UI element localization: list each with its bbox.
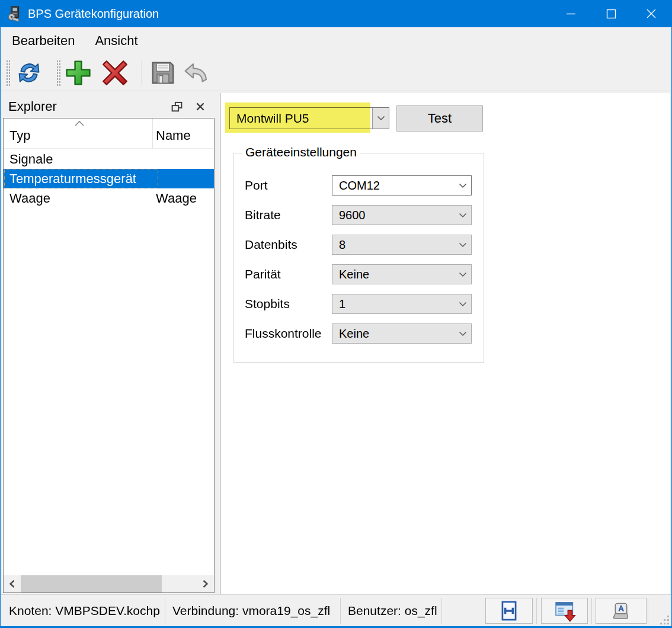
delete-icon xyxy=(101,59,129,87)
statusbar-separator xyxy=(165,598,165,624)
list-item-signale[interactable]: Signale xyxy=(4,149,214,169)
test-button[interactable]: Test xyxy=(396,105,483,132)
revert-button[interactable] xyxy=(181,59,211,87)
list-item-waage[interactable]: Waage Waage xyxy=(4,188,214,208)
menu-item-ansicht[interactable]: Ansicht xyxy=(85,27,148,55)
maximize-icon xyxy=(606,9,616,19)
chevron-down-icon xyxy=(459,331,467,337)
field-stopbits: Stopbits 1 xyxy=(234,294,484,314)
groupbox-title: Geräteeinstellungen xyxy=(242,145,360,159)
revert-icon xyxy=(182,59,210,87)
explorer-rows: Signale Temperaturmessgerät Waage Waage xyxy=(4,149,214,208)
device-type-value: Montwill PU5 xyxy=(230,111,309,126)
chevron-down-icon xyxy=(459,183,467,188)
statusbar-separator xyxy=(340,598,341,624)
add-button[interactable] xyxy=(63,59,93,87)
chevron-left-icon xyxy=(8,579,16,588)
statusbar-separator xyxy=(591,598,592,624)
column-separator[interactable] xyxy=(152,118,153,149)
field-label: Flusskontrolle xyxy=(245,323,322,344)
app-window: BPS Gerätekonfiguration Bearbeiten Ansic… xyxy=(0,0,672,628)
explorer-title: Explorer xyxy=(8,99,57,114)
save-button[interactable] xyxy=(148,59,178,87)
menubar: Bearbeiten Ansicht xyxy=(1,27,671,55)
paritaet-combobox: Keine xyxy=(332,264,472,284)
maximize-button[interactable] xyxy=(591,0,631,27)
keyboard-key-icon xyxy=(609,599,633,623)
statusbar-separator xyxy=(441,598,442,624)
minimize-button[interactable] xyxy=(551,0,591,27)
field-datenbits: Datenbits 8 xyxy=(234,235,484,255)
scroll-right-button[interactable] xyxy=(197,575,214,592)
refresh-icon xyxy=(15,59,43,87)
dock-float-icon xyxy=(171,101,183,113)
explorer-list-header: Typ Name xyxy=(4,118,214,149)
field-label: Port xyxy=(245,175,268,196)
chevron-down-icon xyxy=(459,213,467,218)
sort-ascending-icon xyxy=(73,120,86,127)
fit-width-icon xyxy=(498,600,520,622)
chevron-down-icon xyxy=(459,302,467,307)
dock-float-button[interactable] xyxy=(167,98,187,116)
refresh-button[interactable] xyxy=(14,59,44,87)
chevron-down-icon xyxy=(459,242,467,248)
dock-close-button[interactable] xyxy=(190,98,210,116)
field-label: Datenbits xyxy=(245,235,297,255)
explorer-list: Typ Name Signale Temperaturmessgerät Waa… xyxy=(3,118,215,593)
chevron-right-icon xyxy=(201,579,209,588)
export-report-button[interactable] xyxy=(541,598,588,624)
window-title: BPS Gerätekonfiguration xyxy=(28,7,159,21)
close-button[interactable] xyxy=(631,0,671,27)
field-paritaet: Parität Keine xyxy=(234,264,484,284)
toolbar-grip[interactable] xyxy=(6,60,10,86)
caption-buttons xyxy=(551,0,671,27)
delete-button[interactable] xyxy=(100,59,130,87)
scrollbar-thumb[interactable] xyxy=(21,575,162,592)
export-report-icon xyxy=(553,599,577,623)
fit-width-button[interactable] xyxy=(485,598,533,624)
close-icon xyxy=(646,8,657,19)
app-icon xyxy=(6,5,23,22)
column-header-name[interactable]: Name xyxy=(156,128,191,143)
status-knoten: Knoten: VMBPSDEV.kochp xyxy=(9,595,160,627)
minimize-icon xyxy=(566,9,576,19)
field-bitrate: Bitrate 9600 xyxy=(234,205,484,225)
keyboard-key-button[interactable] xyxy=(596,598,647,624)
statusbar-separator xyxy=(536,598,537,624)
menu-item-bearbeiten[interactable]: Bearbeiten xyxy=(2,27,85,55)
field-label: Bitrate xyxy=(245,205,281,225)
list-item-temperaturmessgeraet[interactable]: Temperaturmessgerät xyxy=(4,169,214,188)
device-type-combobox[interactable]: Montwill PU5 xyxy=(229,107,389,129)
toolbar-grip[interactable] xyxy=(56,60,60,86)
save-icon xyxy=(149,59,177,86)
field-label: Stopbits xyxy=(245,294,290,314)
statusbar: Knoten: VMBPSDEV.kochp Verbindung: vmora… xyxy=(1,594,671,626)
settings-groupbox: Geräteeinstellungen Port COM12 Bitrate 9… xyxy=(233,153,484,363)
field-port: Port COM12 xyxy=(234,175,484,196)
chevron-down-icon xyxy=(377,116,385,121)
device-panel: Montwill PU5 Test Geräteeinstellungen Po… xyxy=(220,93,670,594)
chevron-down-icon xyxy=(459,272,467,277)
add-icon xyxy=(64,59,92,87)
dock-close-icon xyxy=(195,101,206,112)
dropdown-button[interactable] xyxy=(372,108,389,129)
statusbar-separator xyxy=(648,598,648,624)
scroll-left-button[interactable] xyxy=(4,575,21,592)
toolbar xyxy=(1,55,671,91)
column-header-typ[interactable]: Typ xyxy=(9,128,30,143)
toolbar-separator xyxy=(142,60,142,85)
horizontal-scrollbar[interactable] xyxy=(4,575,214,592)
field-flusskontrolle: Flusskontrolle Keine xyxy=(234,323,484,344)
port-combobox[interactable]: COM12 xyxy=(332,175,472,196)
size-grip[interactable] xyxy=(660,616,670,625)
stopbits-combobox: 1 xyxy=(332,294,472,314)
bitrate-combobox: 9600 xyxy=(332,205,472,225)
status-benutzer: Benutzer: os_zfl xyxy=(348,595,437,627)
status-verbindung: Verbindung: vmora19_os_zfl xyxy=(172,595,330,627)
flusskontrolle-combobox: Keine xyxy=(332,323,472,344)
explorer-dock-titlebar: Explorer xyxy=(3,95,215,118)
datenbits-combobox: 8 xyxy=(332,235,472,255)
titlebar: BPS Gerätekonfiguration xyxy=(1,0,671,27)
field-label: Parität xyxy=(245,264,281,284)
